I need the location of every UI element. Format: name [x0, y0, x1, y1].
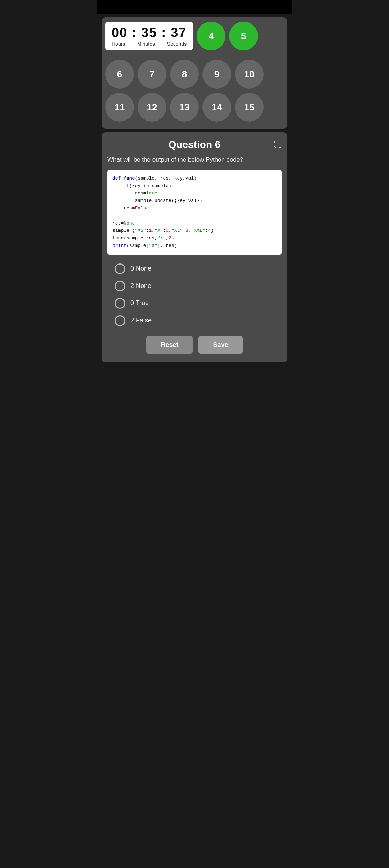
- question-header: Question 6 ⛶: [107, 139, 282, 150]
- option-label-2: 2 None: [130, 282, 151, 290]
- timer-sep2: :: [161, 25, 166, 40]
- number-row-2: 6 7 8 9 10: [105, 60, 284, 89]
- radio-4[interactable]: [115, 315, 125, 326]
- label-seconds: Seconds: [167, 41, 187, 47]
- options-list: 0 None 2 None 0 True 2 False: [107, 263, 282, 326]
- timer-section: 00 : 35 : 37 Hours Minutes Seconds 4 5 6…: [102, 17, 287, 129]
- number-btn-5[interactable]: 5: [229, 22, 258, 50]
- radio-1[interactable]: [115, 263, 125, 274]
- label-minutes: Minutes: [137, 41, 155, 47]
- number-btn-4[interactable]: 4: [197, 22, 225, 50]
- number-btn-8[interactable]: 8: [170, 60, 199, 89]
- action-buttons: Reset Save: [107, 336, 282, 354]
- top-bar: [97, 0, 292, 14]
- radio-3[interactable]: [115, 298, 125, 309]
- expand-icon[interactable]: ⛶: [274, 140, 282, 149]
- timer-labels: Hours Minutes Seconds: [112, 41, 187, 47]
- number-btn-15[interactable]: 15: [235, 93, 264, 122]
- reset-button[interactable]: Reset: [146, 336, 193, 354]
- question-text: What will be the output of the below Pyt…: [107, 155, 282, 164]
- timer-top-row: 00 : 35 : 37 Hours Minutes Seconds 4 5: [105, 22, 284, 56]
- number-btn-13[interactable]: 13: [170, 93, 199, 122]
- option-label-4: 2 False: [130, 317, 152, 324]
- option-item-4[interactable]: 2 False: [115, 315, 282, 326]
- label-hours: Hours: [112, 41, 125, 47]
- number-btn-14[interactable]: 14: [202, 93, 231, 122]
- number-btn-7[interactable]: 7: [138, 60, 166, 89]
- timer-minutes: 35: [141, 25, 157, 40]
- number-btn-6[interactable]: 6: [105, 60, 134, 89]
- timer-hours: 00: [112, 25, 128, 40]
- question-section: Question 6 ⛶ What will be the output of …: [102, 132, 287, 362]
- number-btn-12[interactable]: 12: [138, 93, 166, 122]
- radio-2[interactable]: [115, 281, 125, 291]
- number-btn-9[interactable]: 9: [202, 60, 231, 89]
- save-button[interactable]: Save: [198, 336, 242, 354]
- number-row-3: 11 12 13 14 15: [105, 93, 284, 122]
- question-title: Question 6: [169, 139, 221, 150]
- number-btn-11[interactable]: 11: [105, 93, 134, 122]
- option-item-1[interactable]: 0 None: [115, 263, 282, 274]
- option-item-2[interactable]: 2 None: [115, 281, 282, 291]
- timer-sep1: :: [132, 25, 137, 40]
- option-label-1: 0 None: [130, 265, 151, 272]
- timer-box: 00 : 35 : 37 Hours Minutes Seconds: [105, 22, 193, 50]
- number-grid: 6 7 8 9 10 11 12 13 14 15: [105, 60, 284, 122]
- timer-time: 00 : 35 : 37: [112, 25, 187, 40]
- option-label-3: 0 True: [130, 299, 149, 307]
- timer-seconds: 37: [171, 25, 187, 40]
- code-block: def func(sample, res, key,val): if(key i…: [107, 170, 282, 255]
- number-btn-10[interactable]: 10: [235, 60, 264, 89]
- option-item-3[interactable]: 0 True: [115, 298, 282, 309]
